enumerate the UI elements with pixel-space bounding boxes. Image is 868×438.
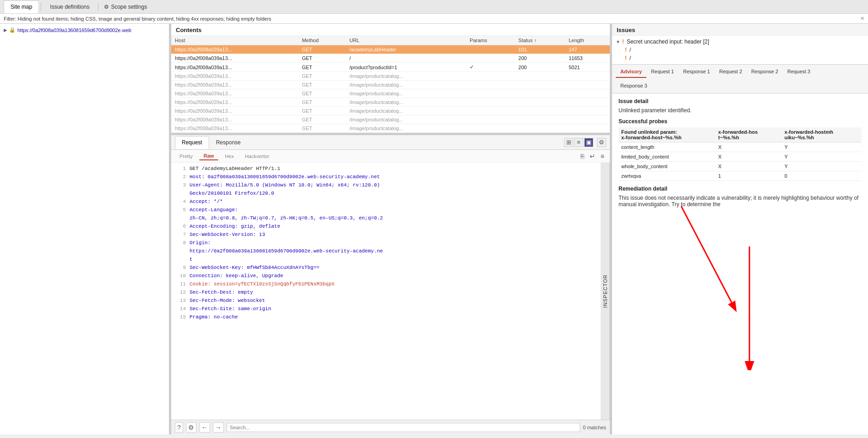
- request-line: 9Sec-WebSocket-Key: mfHWfSb84AccuXdnAYsT…: [171, 263, 601, 272]
- settings-button[interactable]: ⚙: [186, 422, 196, 433]
- probe-table: Found unlinked param:x-forwarded-host~%s…: [618, 127, 862, 181]
- more-icon[interactable]: ≡: [599, 152, 606, 161]
- tab-response[interactable]: Response: [209, 136, 248, 149]
- tab-issue-definitions[interactable]: Issue definitions: [43, 0, 96, 13]
- issue-detail-content: Issue detail Unlinked parameter identifi…: [612, 93, 868, 434]
- tab-request[interactable]: Request: [175, 136, 209, 149]
- request-line: t: [171, 255, 601, 263]
- probe-col-2: x-forwarded-hostmhuiku~%s.%h: [782, 127, 862, 142]
- issue-tab-request1[interactable]: Request 1: [646, 66, 678, 78]
- line-number: 10: [175, 272, 186, 280]
- line-number: 6: [175, 222, 186, 230]
- probe-row: content_lengthXY: [618, 142, 862, 152]
- copy-icon[interactable]: ⎘: [579, 152, 586, 161]
- issue-warning-icon: !: [622, 38, 624, 45]
- gear-icon: ⚙: [104, 4, 109, 10]
- probe-row: limited_body_contentXY: [618, 152, 862, 162]
- filter-close-icon[interactable]: ✕: [860, 16, 864, 22]
- issue-section-title-1: Issue detail: [618, 98, 862, 104]
- nav-divider-2: [98, 3, 98, 11]
- table-row[interactable]: https://0a2f008a039a13...GET/image/produ…: [171, 124, 610, 133]
- line-number: [175, 214, 186, 222]
- scope-settings-button[interactable]: ⚙ Scope settings: [100, 2, 151, 12]
- wrap-icon[interactable]: ↵: [588, 152, 597, 161]
- request-line: 10Connection: keep-alive, Upgrade: [171, 272, 601, 280]
- issues-title: Issues: [612, 24, 868, 36]
- request-panel: Request Response ⊞ ≡ ▣ ⚙ Pretty Raw Hex …: [171, 135, 610, 434]
- issue-tab-advisory[interactable]: Advisory: [616, 66, 646, 78]
- help-button[interactable]: ?: [175, 422, 183, 433]
- issue-sub-2[interactable]: ! /: [612, 54, 868, 62]
- line-number: [175, 189, 186, 197]
- table-row[interactable]: https://0a2f008a039a13...GET/image/produ…: [171, 98, 610, 107]
- grid-icon[interactable]: ⊞: [564, 138, 573, 147]
- tab-site-map[interactable]: Site map: [4, 0, 39, 13]
- line-number: 3: [175, 181, 186, 189]
- issues-tree: ▼ ! Secret uncached input: header [2] ! …: [612, 36, 868, 65]
- request-line: 3User-Agent: Mozilla/5.0 (Windows NT 10.…: [171, 181, 601, 189]
- back-button[interactable]: ←: [199, 422, 210, 433]
- issue-tab-response1[interactable]: Response 1: [678, 66, 715, 78]
- site-tree: ▶ 🔒 https://0a2f008a039a136081659d6700d9…: [0, 24, 169, 434]
- col-url: URL: [346, 36, 466, 45]
- table-row[interactable]: https://0a2f008a039a13...GET/image/produ…: [171, 81, 610, 89]
- issue-tab-response3[interactable]: Response 3: [616, 80, 652, 92]
- table-row[interactable]: https://0a2f008a039a13...GET/20011653: [171, 54, 610, 63]
- line-content: zh-CN, zh;q=0.8, zh-TW;q=0.7, zh-HK;q=0.…: [190, 214, 597, 222]
- issue-section-title-2: Successful probes: [618, 118, 862, 125]
- issue-tab-request3[interactable]: Request 3: [783, 66, 815, 78]
- inspector-tab[interactable]: INSPECTOR: [601, 163, 610, 420]
- line-number: 9: [175, 263, 186, 272]
- issue-tree-label: Secret uncached input: header [2]: [627, 38, 709, 45]
- request-line: zh-CN, zh;q=0.8, zh-TW;q=0.7, zh-HK;q=0.…: [171, 214, 601, 222]
- issue-tree-main[interactable]: ▼ ! Secret uncached input: header [2]: [612, 38, 868, 46]
- forward-button[interactable]: →: [213, 422, 224, 433]
- tree-expand-arrow: ▶: [4, 27, 7, 33]
- issue-tab-response2[interactable]: Response 2: [747, 66, 783, 78]
- req-body-wrapper: 1GET /academyLabHeader HTTP/1.12Host: 0a…: [171, 163, 610, 420]
- line-content: Accept-Language:: [190, 206, 597, 214]
- line-content: Sec-Fetch-Mode: websocket: [190, 296, 597, 305]
- table-row[interactable]: https://0a2f008a039a13...GET/image/produ…: [171, 107, 610, 115]
- line-number: 11: [175, 280, 186, 288]
- request-line: 8Origin:: [171, 239, 601, 247]
- lock-icon: 🔒: [9, 27, 16, 33]
- probe-col-param: Found unlinked param:x-forwarded-host~%s…: [618, 127, 716, 142]
- issue-sub-warning-1: !: [625, 47, 627, 53]
- filter-text: Filter: Hiding not found items; hiding C…: [4, 16, 271, 22]
- issue-sub-1[interactable]: ! /: [612, 46, 868, 54]
- line-number: 1: [175, 164, 186, 173]
- center-panel: Contents Host Method URL Params Status ↑…: [171, 24, 610, 434]
- fmt-hex[interactable]: Hex: [220, 153, 239, 160]
- line-content: Connection: keep-alive, Upgrade: [190, 272, 597, 280]
- request-response-tabs: Request Response ⊞ ≡ ▣ ⚙: [171, 135, 610, 150]
- line-content: Origin:: [190, 239, 597, 247]
- fmt-pretty[interactable]: Pretty: [175, 153, 197, 160]
- issue-tab-request2[interactable]: Request 2: [715, 66, 747, 78]
- fmt-right-icons: ⎘ ↵ ≡: [579, 152, 606, 161]
- issue-text-1: Unlinked parameter identified.: [618, 107, 862, 114]
- line-number: 12: [175, 288, 186, 296]
- request-line: 7Sec-WebSocket-Version: 13: [171, 230, 601, 239]
- fullscreen-icon[interactable]: ▣: [584, 138, 593, 147]
- issue-section-title-3: Remediation detail: [618, 186, 862, 192]
- site-tree-item[interactable]: ▶ 🔒 https://0a2f008a039a136081659d6700d9…: [0, 26, 169, 34]
- line-content: Accept-Encoding: gzip, deflate: [190, 222, 597, 230]
- line-number: 2: [175, 173, 186, 181]
- request-line: 5Accept-Language:: [171, 206, 601, 214]
- fmt-raw[interactable]: Raw: [199, 152, 219, 160]
- table-row[interactable]: https://0a2f008a039a13...GET/image/produ…: [171, 72, 610, 81]
- fmt-hackvertor[interactable]: Hackvertor: [240, 153, 274, 160]
- col-status: Status ↑: [515, 36, 565, 45]
- table-row[interactable]: https://0a2f008a039a13...GET/image/produ…: [171, 89, 610, 98]
- line-number: 4: [175, 197, 186, 206]
- table-row[interactable]: https://0a2f008a039a13...GET/product?pro…: [171, 63, 610, 72]
- col-host: Host: [171, 36, 298, 45]
- list-icon[interactable]: ≡: [574, 138, 583, 147]
- table-row[interactable]: https://0a2f008a039a13...GET/academyLabH…: [171, 45, 610, 54]
- line-content: Pragma: no-cache: [190, 313, 597, 321]
- settings-cog-icon[interactable]: ⚙: [597, 138, 606, 147]
- tree-url-label: https://0a2f008a039a136081659d6700d9002e…: [17, 27, 131, 33]
- search-input[interactable]: [227, 423, 580, 432]
- table-row[interactable]: https://0a2f008a039a13...GET/image/produ…: [171, 115, 610, 124]
